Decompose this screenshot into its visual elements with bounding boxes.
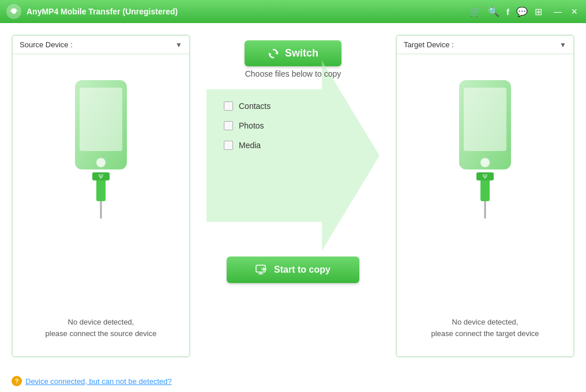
svg-text:Ψ: Ψ bbox=[99, 174, 103, 180]
media-label: Media bbox=[239, 141, 261, 150]
toolbar-icons: 🛒 🔍 f 💬 ⊞ bbox=[469, 6, 542, 17]
photos-option[interactable]: Photos bbox=[224, 121, 264, 130]
close-button[interactable]: ✕ bbox=[569, 6, 580, 17]
start-copy-button[interactable]: Start to copy bbox=[227, 257, 359, 283]
message-icon[interactable]: 💬 bbox=[516, 6, 528, 17]
app-logo bbox=[6, 3, 22, 20]
svg-rect-3 bbox=[80, 88, 122, 151]
source-status: No device detected, please connect the s… bbox=[46, 316, 157, 339]
target-status: No device detected, please connect the t… bbox=[431, 316, 539, 339]
source-phone-icon bbox=[69, 77, 133, 175]
target-dropdown[interactable]: Target Device : ▼ bbox=[397, 36, 573, 54]
device-detection-link[interactable]: Device connected, but can not be detecte… bbox=[25, 377, 172, 386]
svg-point-4 bbox=[96, 158, 106, 167]
svg-text:Ψ: Ψ bbox=[483, 174, 487, 180]
main-content: Source Device : ▼ bbox=[0, 23, 586, 392]
cart-icon[interactable]: 🛒 bbox=[469, 6, 481, 17]
svg-point-17 bbox=[480, 158, 490, 167]
arrow-area: Choose files below to copy Contacts Phot… bbox=[206, 61, 380, 251]
source-dropdown-arrow: ▼ bbox=[175, 41, 182, 49]
app-title: AnyMP4 Mobile Transfer (Unregistered) bbox=[27, 7, 469, 16]
center-panel: Switch Choose files below to copy Contac… bbox=[198, 35, 388, 283]
media-checkbox[interactable] bbox=[224, 141, 233, 150]
window-controls: — ✕ bbox=[551, 6, 580, 17]
source-illustration: Ψ bbox=[69, 77, 133, 218]
minimize-button[interactable]: — bbox=[551, 6, 564, 17]
help-icon: ? bbox=[12, 376, 22, 386]
source-dropdown-label: Source Device : bbox=[20, 40, 175, 49]
help-link-container: ? Device connected, but can not be detec… bbox=[12, 376, 172, 386]
panels-container: Source Device : ▼ bbox=[12, 35, 574, 363]
source-dropdown[interactable]: Source Device : ▼ bbox=[13, 36, 189, 54]
target-dropdown-arrow: ▼ bbox=[559, 41, 566, 49]
title-bar: AnyMP4 Mobile Transfer (Unregistered) 🛒 … bbox=[0, 0, 586, 23]
source-panel: Source Device : ▼ bbox=[12, 35, 190, 357]
contacts-label: Contacts bbox=[239, 101, 271, 111]
contacts-option[interactable]: Contacts bbox=[224, 101, 271, 111]
media-option[interactable]: Media bbox=[224, 141, 261, 150]
search-icon[interactable]: 🔍 bbox=[488, 6, 499, 17]
contacts-checkbox[interactable] bbox=[224, 101, 233, 111]
copy-files-label: Choose files below to copy bbox=[206, 69, 380, 78]
source-usb-icon: Ψ bbox=[89, 172, 112, 218]
photos-label: Photos bbox=[239, 121, 264, 130]
target-illustration: Ψ bbox=[453, 77, 517, 218]
target-usb-icon: Ψ bbox=[474, 172, 497, 218]
svg-point-1 bbox=[12, 9, 16, 14]
target-dropdown-label: Target Device : bbox=[404, 40, 559, 49]
target-phone-icon bbox=[453, 77, 517, 175]
photos-checkbox[interactable] bbox=[224, 121, 233, 130]
target-panel: Target Device : ▼ bbox=[396, 35, 574, 357]
svg-rect-16 bbox=[464, 88, 506, 151]
start-copy-label: Start to copy bbox=[274, 265, 330, 275]
switch-icon bbox=[268, 48, 279, 59]
switch-label: Switch bbox=[285, 47, 318, 59]
start-copy-icon bbox=[256, 265, 268, 275]
files-section: Contacts Photos Media bbox=[206, 101, 380, 160]
grid-icon[interactable]: ⊞ bbox=[535, 6, 542, 17]
facebook-icon[interactable]: f bbox=[506, 7, 509, 17]
